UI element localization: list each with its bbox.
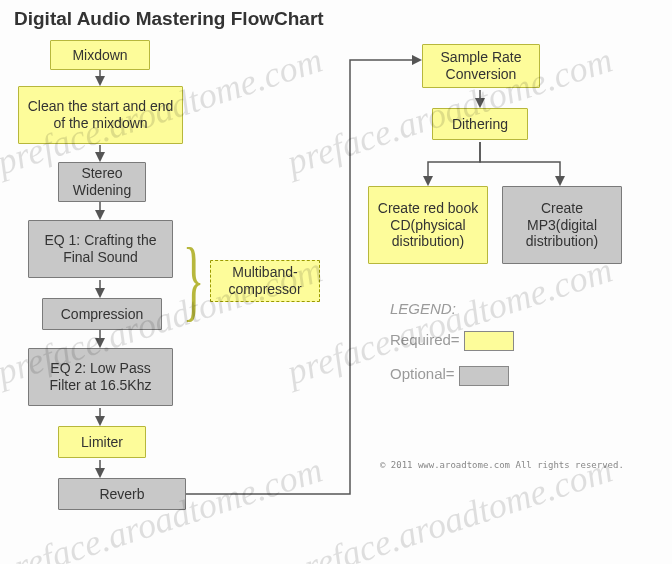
legend-required-label: Required= bbox=[390, 331, 460, 348]
node-eq1: EQ 1: Crafting the Final Sound bbox=[28, 220, 173, 278]
node-limiter: Limiter bbox=[58, 426, 146, 458]
node-eq2: EQ 2: Low Pass Filter at 16.5Khz bbox=[28, 348, 173, 406]
node-redbook: Create red book CD(physical distribution… bbox=[368, 186, 488, 264]
node-dithering: Dithering bbox=[432, 108, 528, 140]
annotation-multiband: Multiband-compressor bbox=[210, 260, 320, 302]
copyright-text: © 2011 www.aroadtome.com All rights rese… bbox=[380, 460, 624, 470]
legend-title: LEGEND: bbox=[390, 300, 514, 317]
brace-icon: } bbox=[183, 235, 205, 325]
node-reverb: Reverb bbox=[58, 478, 186, 510]
node-mp3: Create MP3(digital distribution) bbox=[502, 186, 622, 264]
node-clean: Clean the start and end of the mixdown bbox=[18, 86, 183, 144]
page-title: Digital Audio Mastering FlowChart bbox=[14, 8, 324, 30]
legend-optional-label: Optional= bbox=[390, 365, 455, 382]
node-mixdown: Mixdown bbox=[50, 40, 150, 70]
legend-optional-swatch bbox=[459, 366, 509, 386]
node-stereo-widening: Stereo Widening bbox=[58, 162, 146, 202]
legend-required-swatch bbox=[464, 331, 514, 351]
legend: LEGEND: Required= Optional= bbox=[390, 300, 514, 386]
node-sample-rate-conversion: Sample Rate Conversion bbox=[422, 44, 540, 88]
node-compression: Compression bbox=[42, 298, 162, 330]
